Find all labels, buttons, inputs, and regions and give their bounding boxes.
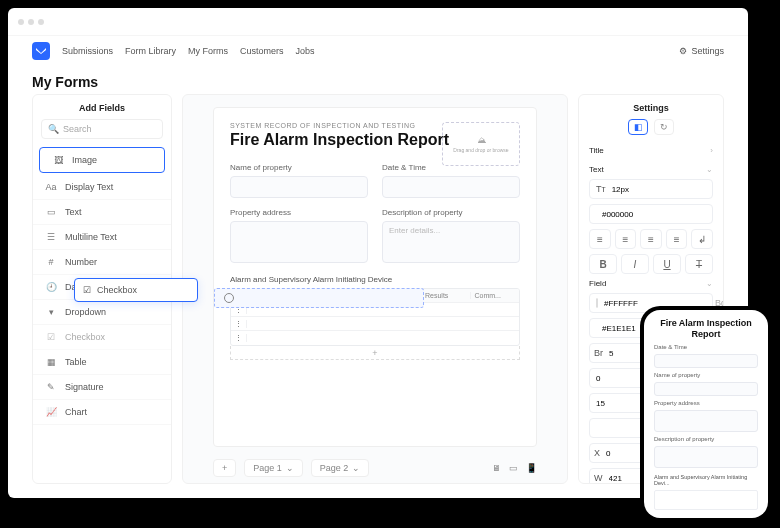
br-label: Br [594, 348, 603, 358]
section-text[interactable]: Text [579, 160, 723, 179]
underline-button[interactable]: U [653, 254, 681, 274]
textarea-input[interactable]: Enter details... [382, 221, 520, 263]
table-row[interactable]: ⋮ [231, 331, 519, 345]
wrap-toggle[interactable]: ↲ [691, 229, 713, 249]
desktop-preview-icon[interactable]: 🖥 [492, 463, 501, 473]
multiline-icon: ☰ [45, 231, 57, 243]
field-date-time[interactable]: Date & Time [382, 163, 520, 198]
chevron-down-icon [352, 463, 360, 473]
canvas-dropzone[interactable] [214, 288, 424, 308]
page-tab-label: Page 2 [320, 463, 349, 473]
text-input[interactable] [382, 176, 520, 198]
strike-button[interactable]: T [685, 254, 713, 274]
field-type-signature[interactable]: ✎Signature [33, 375, 171, 400]
checkbox-icon: ☑ [45, 331, 57, 343]
align-row: ≡ ≡ ≡ ≡ ↲ [589, 229, 713, 249]
field-type-table[interactable]: ▦Table [33, 350, 171, 375]
mobile-label: Description of property [654, 436, 758, 442]
col: Results [421, 292, 471, 299]
table-add-row[interactable]: + [230, 346, 520, 360]
text-color-input[interactable] [589, 204, 713, 224]
tab-style[interactable]: ◧ [628, 119, 648, 135]
nav-jobs[interactable]: Jobs [296, 46, 315, 56]
align-justify[interactable]: ≡ [666, 229, 688, 249]
chevron-right-icon [710, 146, 713, 155]
tablet-preview-icon[interactable]: ▭ [509, 463, 518, 473]
page-title: My Forms [8, 66, 748, 94]
align-right[interactable]: ≡ [640, 229, 662, 249]
field-type-dropdown[interactable]: ▾Dropdown [33, 300, 171, 325]
table-icon: ▦ [45, 356, 57, 368]
section-field[interactable]: Field [579, 274, 723, 293]
bold-button[interactable]: B [589, 254, 617, 274]
section-title[interactable]: Title [579, 141, 723, 160]
x-label: X [594, 448, 600, 458]
field-type-text[interactable]: ▭Text [33, 200, 171, 225]
mobile-preview-icon[interactable]: 📱 [526, 463, 537, 473]
chart-icon: 📈 [45, 406, 57, 418]
style-row: B I U T [589, 254, 713, 274]
add-page-button[interactable]: + [213, 459, 236, 477]
mobile-label: Property address [654, 400, 758, 406]
app-window: Submissions Form Library My Forms Custom… [8, 8, 748, 498]
traffic-lights [18, 19, 44, 25]
w-label: W [594, 473, 603, 483]
nav-settings[interactable]: Settings [679, 46, 724, 56]
page-1-tab[interactable]: Page 1 [244, 459, 303, 477]
field-type-label: Chart [65, 407, 87, 417]
field-search[interactable]: 🔍 Search [41, 119, 163, 139]
form-card[interactable]: SYSTEM RECORD OF INSPECTION AND TESTING … [213, 107, 537, 447]
align-left[interactable]: ≡ [589, 229, 611, 249]
tab-logic[interactable]: ↻ [654, 119, 674, 135]
field-type-image[interactable]: 🖼Image [39, 147, 165, 173]
field-property-address[interactable]: Property address [230, 208, 368, 263]
field-description[interactable]: Description of property Enter details... [382, 208, 520, 263]
col: Comm... [471, 292, 520, 299]
field-type-multiline[interactable]: ☰Multiline Text [33, 225, 171, 250]
page-2-tab[interactable]: Page 2 [311, 459, 370, 477]
field-type-number[interactable]: #Number [33, 250, 171, 275]
mobile-textarea [654, 410, 758, 432]
logo-hint: Drag and drop or browse [453, 147, 508, 153]
checkbox-icon: ☑ [83, 285, 91, 295]
nav-submissions[interactable]: Submissions [62, 46, 113, 56]
field-type-label: Checkbox [65, 332, 105, 342]
mobile-preview-screen: Fire Alarm Inspection Report Date & Time… [644, 310, 768, 518]
nav-customers[interactable]: Customers [240, 46, 284, 56]
mountain-icon: ⛰ [477, 135, 486, 145]
chevron-down-icon [706, 279, 713, 288]
mobile-form-title: Fire Alarm Inspection Report [654, 318, 758, 340]
field-type-label: Table [65, 357, 87, 367]
chevron-down-icon [286, 463, 294, 473]
align-center[interactable]: ≡ [615, 229, 637, 249]
textarea-input[interactable] [230, 221, 368, 263]
font-size-input[interactable]: Tт [589, 179, 713, 199]
nav-my-forms[interactable]: My Forms [188, 46, 228, 56]
mobile-table [654, 490, 758, 510]
field-type-label: Image [72, 155, 97, 165]
field-name-of-property[interactable]: Name of property [230, 163, 368, 198]
font-size-icon: Tт [596, 184, 606, 194]
mobile-input [654, 382, 758, 396]
table-row[interactable]: ⋮ [231, 317, 519, 331]
field-type-checkbox[interactable]: ☑Checkbox [33, 325, 171, 350]
field-type-label: Signature [65, 382, 104, 392]
display-text-icon: Aa [45, 181, 57, 193]
field-type-chart[interactable]: 📈Chart [33, 400, 171, 425]
field-type-label: Multiline Text [65, 232, 117, 242]
dragging-field-chip[interactable]: ☑ Checkbox [74, 278, 198, 302]
mobile-textarea [654, 446, 758, 468]
datetime-icon: 🕘 [45, 281, 57, 293]
search-placeholder: Search [63, 124, 92, 134]
mobile-preview: Fire Alarm Inspection Report Date & Time… [640, 306, 772, 522]
italic-button[interactable]: I [621, 254, 649, 274]
logo-dropzone[interactable]: ⛰ Drag and drop or browse [442, 122, 520, 166]
nav-form-library[interactable]: Form Library [125, 46, 176, 56]
chevron-down-icon [706, 165, 713, 174]
color-swatch [596, 298, 598, 308]
dragging-field-label: Checkbox [97, 285, 137, 295]
field-type-list: 🖼Image AaDisplay Text ▭Text ☰Multiline T… [33, 145, 171, 483]
text-input[interactable] [230, 176, 368, 198]
field-type-display-text[interactable]: AaDisplay Text [33, 175, 171, 200]
search-icon: 🔍 [48, 124, 59, 134]
